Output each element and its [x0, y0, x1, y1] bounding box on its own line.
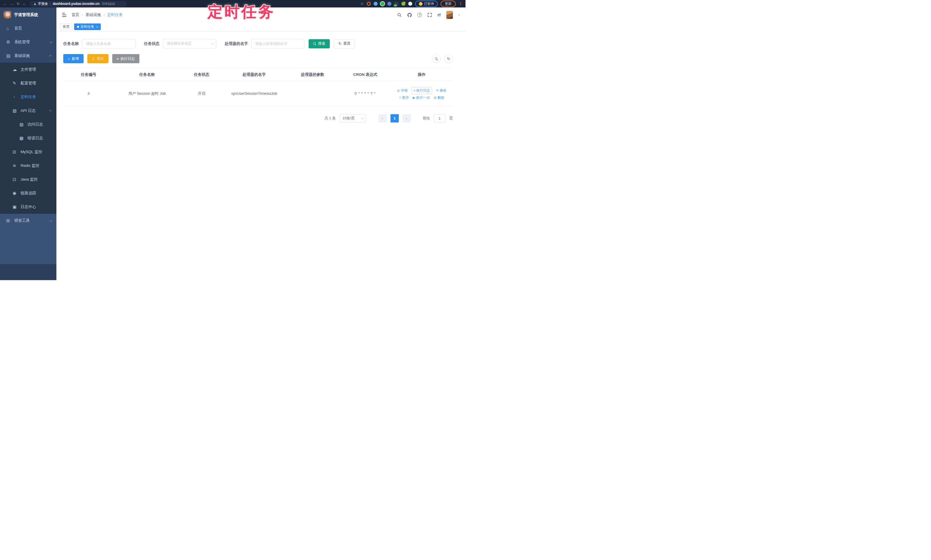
breadcrumb: 首页 / 基础设施 / 定时任务 — [72, 12, 123, 17]
reset-button-label: 重置 — [343, 41, 350, 46]
sidebar-item-api-log[interactable]: ▧ API 日志 — [0, 104, 56, 118]
refresh-table-button[interactable]: ↻ — [444, 54, 453, 63]
chevron-down-icon — [50, 219, 53, 222]
delete-link[interactable]: ⊟ 删除 — [434, 95, 444, 100]
github-icon[interactable] — [407, 12, 412, 17]
breadcrumb-home[interactable]: 首页 — [72, 12, 79, 17]
sidebar-item-scheduled-jobs[interactable]: ◔ 定时任务 — [0, 90, 56, 104]
extensions-puzzle-icon[interactable] — [408, 2, 412, 6]
user-avatar[interactable] — [446, 11, 453, 19]
job-status-label: 任务状态 — [144, 41, 159, 46]
extension-leaf-icon[interactable] — [401, 2, 405, 6]
sidebar-item-label: Redis 监控 — [21, 163, 52, 168]
col-actions: 操作 — [390, 69, 453, 81]
browser-back-icon[interactable]: ← — [3, 2, 6, 6]
sidebar-item-config-management[interactable]: ✎ 配置管理 — [0, 76, 56, 90]
plus-icon: + — [68, 57, 70, 61]
pagination: 共 1 条 10条/页 ‹ 1 › 前往 页 — [63, 114, 453, 123]
sidebar-collapse-icon[interactable] — [62, 13, 66, 17]
extension-switch-icon[interactable]: on — [394, 2, 399, 6]
handler-name-label: 处理器的名字 — [225, 41, 248, 46]
cell-handler-name: sysUserSessionTimeoutJob — [223, 81, 285, 106]
edit-link[interactable]: ✎ 修改 — [436, 88, 446, 93]
export-button[interactable]: ↧ 导出 — [87, 54, 108, 63]
sidebar-item-file-management[interactable]: ☁ 文件管理 — [0, 63, 56, 76]
next-page-button[interactable]: › — [402, 114, 411, 123]
sidebar-item-redis-monitor[interactable]: ≋ Redis 监控 — [0, 159, 56, 172]
security-warning[interactable]: ▲ 不安全 — [34, 2, 48, 6]
browser-menu-icon[interactable]: ⋮ — [459, 2, 462, 6]
cell-job-status: 开启 — [180, 81, 223, 106]
bookmark-star-icon[interactable]: ☆ — [361, 2, 364, 6]
sidebar-item-label: 基础设施 — [14, 53, 50, 58]
sidebar-item-log-center[interactable]: ▣ 日志中心 — [0, 200, 56, 214]
job-status-select[interactable]: 请选择任务状态 — [163, 39, 216, 48]
breadcrumb-current[interactable]: 定时任务 — [107, 12, 123, 17]
sidebar-item-error-log[interactable]: ▦ 错误日志 — [0, 131, 56, 145]
tab-home[interactable]: 首页 — [60, 23, 72, 30]
sidebar-item-system-management[interactable]: ⚙ 系统管理 — [0, 35, 56, 49]
browser-home-icon[interactable]: ⌂ — [23, 2, 25, 6]
breadcrumb-infrastructure[interactable]: 基础设施 — [86, 12, 101, 17]
home-icon: ⌂ — [6, 26, 13, 31]
browser-profile-chip[interactable]: 已暂停 — [415, 1, 438, 7]
trash-icon: ⊟ — [434, 96, 436, 100]
extension-drop-icon[interactable] — [374, 2, 378, 6]
job-name-label: 任务名称 — [63, 41, 79, 46]
sidebar-logo-row[interactable]: 芋道管理系统 — [0, 8, 56, 22]
sidebar-item-devtools[interactable]: ⊞ 研发工具 — [0, 214, 56, 228]
page-size-value: 10条/页 — [343, 116, 355, 121]
tab-close-icon[interactable]: × — [96, 25, 98, 29]
log-center-icon: ▣ — [12, 204, 20, 209]
sidebar-item-trace[interactable]: ◉ 链路追踪 — [0, 186, 56, 200]
search-icon[interactable] — [397, 12, 402, 17]
tab-label: 定时任务 — [80, 24, 94, 29]
help-icon[interactable]: ? — [418, 12, 422, 17]
prev-page-button[interactable]: ‹ — [378, 114, 387, 123]
sidebar-item-home[interactable]: ⌂ 首页 — [0, 22, 56, 35]
run-once-link[interactable]: ▶ 执行一次 — [413, 95, 430, 100]
devtools-icon: ⊞ — [6, 218, 13, 223]
fullscreen-icon[interactable] — [427, 12, 432, 17]
file-cloud-icon: ☁ — [12, 67, 20, 72]
detail-link[interactable]: ◎ 详细 — [397, 88, 408, 93]
extension-blue-icon[interactable] — [387, 2, 392, 6]
exec-log-button[interactable]: ≡ 执行日志 — [112, 54, 140, 63]
address-bar[interactable]: ▲ 不安全 dashboard.yudao.iocoder.cn /infra/… — [29, 1, 127, 7]
browser-reload-icon[interactable]: ↻ — [17, 2, 20, 6]
table-utility-buttons: ↻ — [432, 54, 453, 63]
tab-scheduled-jobs[interactable]: 定时任务 × — [74, 23, 101, 30]
page-size-select[interactable]: 10条/页 — [339, 114, 367, 123]
extension-donut-icon[interactable] — [367, 2, 371, 6]
col-cron: CRON 表达式 — [340, 69, 390, 81]
main-area: 首页 / 基础设施 / 定时任务 ? tT ▾ — [56, 8, 466, 280]
pause-link[interactable]: × 暂停 — [399, 95, 409, 100]
reset-button[interactable]: ↻ 重置 — [334, 39, 355, 48]
sidebar-item-infrastructure[interactable]: ▤ 基础设施 — [0, 49, 56, 63]
current-page-button[interactable]: 1 — [390, 114, 399, 123]
browser-update-button[interactable]: 更新 — [441, 1, 456, 7]
extension-green-icon[interactable] — [381, 2, 384, 6]
eye-icon: ◎ — [397, 89, 400, 92]
search-magnifier-icon — [313, 42, 316, 45]
job-name-input[interactable] — [82, 39, 136, 48]
browser-forward-icon[interactable]: → — [10, 2, 14, 6]
font-size-icon[interactable]: tT — [438, 13, 441, 17]
add-button[interactable]: + 新增 — [63, 54, 83, 63]
exec-log-button-label: 执行日志 — [120, 56, 135, 61]
url-domain: dashboard.yudao.iocoder.cn — [53, 2, 99, 6]
play-icon: ▶ — [413, 96, 415, 100]
app-logo — [3, 11, 11, 18]
sidebar-item-access-log[interactable]: ▨ 访问日志 — [0, 118, 56, 131]
page-content: 任务名称 任务状态 请选择任务状态 处理器的名字 搜索 ↻ 重置 — [56, 31, 466, 280]
goto-page-input[interactable] — [434, 114, 446, 123]
avatar-caret-icon[interactable]: ▾ — [458, 14, 460, 16]
handler-name-input[interactable] — [251, 39, 305, 48]
search-button[interactable]: 搜索 — [308, 39, 330, 48]
sidebar-item-label: 访问日志 — [28, 122, 52, 127]
sidebar-item-java-monitor[interactable]: ⊡ Java 监控 — [0, 172, 56, 186]
toggle-search-button[interactable] — [432, 54, 441, 63]
sidebar-item-mysql-monitor[interactable]: ⊟ MySQL 监控 — [0, 145, 56, 159]
exec-log-link[interactable]: ≡ 执行日志 — [412, 87, 432, 94]
sidebar-item-label: 定时任务 — [21, 94, 52, 100]
